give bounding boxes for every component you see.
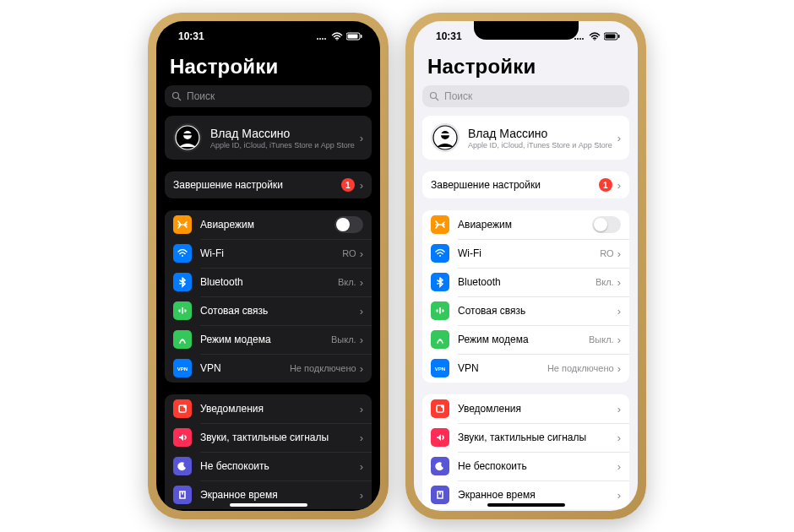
search-icon	[429, 91, 439, 101]
row-label: Не беспокоить	[200, 460, 360, 472]
chevron-right-icon: ›	[617, 276, 621, 289]
account-row[interactable]: Влад Массино Apple ID, iCloud, iTunes St…	[422, 116, 629, 160]
row-label: Экранное время	[200, 489, 360, 501]
setup-label: Завершение настройки	[431, 179, 599, 191]
settings-row-bluetooth[interactable]: BluetoothВкл.›	[422, 268, 629, 296]
row-label: Режим модема	[458, 334, 589, 345]
settings-row-cellular[interactable]: Сотовая связь›	[422, 296, 629, 325]
hotspot-icon	[173, 330, 192, 349]
row-label: Уведомления	[200, 403, 360, 415]
search-input[interactable]: Поиск	[165, 85, 372, 107]
row-label: Звуки, тактильные сигналы	[200, 432, 360, 443]
svg-point-22	[594, 39, 596, 41]
cellular-icon	[173, 301, 192, 320]
settings-row-sounds[interactable]: Звуки, тактильные сигналы›	[165, 423, 372, 452]
sounds-icon	[173, 428, 192, 447]
account-row[interactable]: Влад Массино Apple ID, iCloud, iTunes St…	[165, 116, 372, 160]
settings-row-notify[interactable]: Уведомления›	[165, 394, 372, 423]
svg-point-17	[183, 404, 187, 408]
setup-row[interactable]: Завершение настройки 1 ›	[165, 171, 372, 198]
setup-badge: 1	[599, 178, 612, 192]
row-value: Вкл.	[338, 277, 356, 287]
svg-point-13	[182, 255, 183, 257]
settings-row-airplane[interactable]: Авиарежим	[422, 210, 629, 239]
settings-row-airplane[interactable]: Авиарежим	[165, 210, 372, 239]
row-label: VPN	[200, 362, 290, 374]
hotspot-icon	[431, 330, 449, 349]
row-value: RO	[600, 248, 614, 258]
chevron-right-icon: ›	[617, 432, 621, 444]
chevron-right-icon: ›	[617, 362, 621, 375]
status-time: 10:31	[436, 30, 462, 42]
chevron-right-icon: ›	[617, 179, 621, 192]
settings-row-dnd[interactable]: Не беспокоить›	[165, 452, 372, 480]
search-placeholder: Поиск	[187, 90, 215, 102]
svg-point-21	[582, 38, 584, 40]
row-label: Авиарежим	[200, 219, 334, 231]
svg-rect-30	[440, 133, 450, 135]
settings-row-hotspot[interactable]: Режим модемаВыкл.›	[165, 325, 372, 354]
wifi-icon	[431, 244, 449, 263]
account-sub: Apple ID, iCloud, iTunes Store и App Sto…	[468, 141, 617, 149]
setup-row[interactable]: Завершение настройки 1 ›	[422, 171, 629, 198]
account-name: Влад Массино	[468, 127, 617, 140]
home-indicator[interactable]	[487, 503, 565, 507]
settings-row-wifi[interactable]: Wi-FiRO›	[422, 239, 629, 268]
svg-point-4	[336, 39, 338, 41]
search-placeholder: Поиск	[444, 90, 472, 102]
bluetooth-icon	[431, 273, 449, 291]
row-value: Не подключено	[547, 363, 614, 373]
row-value: Выкл.	[331, 334, 356, 345]
row-value: RO	[342, 248, 356, 258]
svg-text:VPN: VPN	[177, 366, 188, 372]
screentime-icon	[173, 486, 192, 504]
svg-point-26	[431, 93, 437, 99]
row-label: VPN	[458, 362, 547, 374]
row-label: Не беспокоить	[458, 460, 617, 472]
row-value: Вкл.	[596, 277, 614, 287]
page-title: Настройки	[165, 52, 372, 85]
svg-text:VPN: VPN	[435, 366, 445, 372]
settings-row-wifi[interactable]: Wi-FiRO›	[165, 239, 372, 268]
settings-row-hotspot[interactable]: Режим модемаВыкл.›	[422, 325, 629, 354]
setup-badge: 1	[341, 178, 355, 192]
row-label: Сотовая связь	[200, 305, 360, 317]
row-label: Уведомления	[458, 403, 617, 415]
chevron-right-icon: ›	[617, 489, 621, 502]
search-input[interactable]: Поиск	[422, 85, 629, 107]
home-indicator[interactable]	[230, 503, 307, 507]
toggle-switch[interactable]	[592, 216, 621, 233]
chevron-right-icon: ›	[617, 247, 621, 260]
sounds-icon	[431, 428, 449, 447]
chevron-right-icon: ›	[360, 432, 363, 444]
chevron-right-icon: ›	[360, 247, 363, 260]
settings-row-dnd[interactable]: Не беспокоить›	[422, 452, 629, 480]
chevron-right-icon: ›	[360, 276, 363, 289]
chevron-right-icon: ›	[360, 305, 363, 318]
settings-row-vpn[interactable]: VPNVPNНе подключено›	[165, 354, 372, 383]
chevron-right-icon: ›	[617, 334, 621, 346]
account-name: Влад Массино	[210, 127, 360, 140]
wifi-status-icon	[331, 32, 343, 41]
general-group: Уведомления›Звуки, тактильные сигналы›Не…	[165, 394, 372, 509]
toggle-switch[interactable]	[334, 216, 363, 233]
settings-row-sounds[interactable]: Звуки, тактильные сигналы›	[422, 423, 629, 452]
svg-point-1	[319, 38, 321, 40]
screentime-icon	[431, 486, 449, 504]
row-label: Режим модема	[200, 334, 331, 345]
vpn-icon: VPN	[431, 359, 449, 377]
svg-line-27	[436, 98, 438, 100]
settings-row-notify[interactable]: Уведомления›	[422, 394, 629, 423]
airplane-icon	[431, 215, 449, 234]
settings-row-bluetooth[interactable]: BluetoothВкл.›	[165, 268, 372, 296]
settings-row-vpn[interactable]: VPNVPNНе подключено›	[422, 354, 629, 383]
avatar	[431, 123, 460, 152]
wifi-status-icon	[589, 32, 601, 41]
settings-row-cellular[interactable]: Сотовая связь›	[165, 296, 372, 325]
vpn-icon: VPN	[173, 359, 192, 377]
svg-point-31	[439, 255, 441, 257]
setup-label: Завершение настройки	[173, 179, 341, 191]
notify-icon	[431, 399, 449, 418]
row-label: Авиарежим	[458, 219, 592, 231]
airplane-icon	[173, 215, 192, 234]
